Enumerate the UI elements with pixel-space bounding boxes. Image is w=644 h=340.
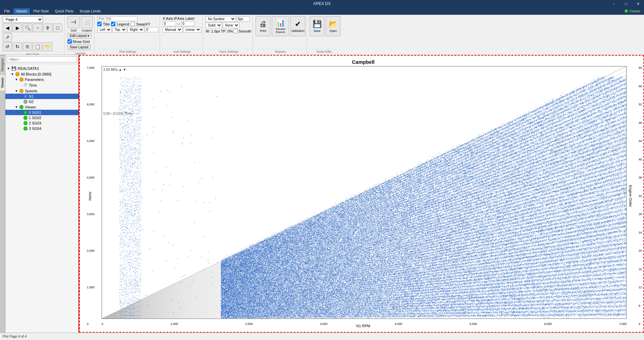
- menu-scope-limits[interactable]: Scope Limits: [77, 8, 103, 14]
- menu-bar: File Viewer Plot Style Quick Plots Scope…: [0, 7, 644, 15]
- side-tabs: Designer Viewer: [0, 55, 5, 333]
- r-tick-48: 48: [639, 121, 642, 125]
- axis-settings-section: X Axis ⇄ Axis Label → ManualAuto LinearL…: [161, 15, 203, 54]
- undo-btn[interactable]: ↺: [3, 42, 12, 51]
- tree-item-sg04[interactable]: 3 SG04: [5, 126, 78, 131]
- open-btn[interactable]: 📂 Open: [326, 16, 340, 36]
- align-left-select[interactable]: Left: [97, 27, 112, 33]
- tree-item-speeds[interactable]: ▼ Speeds: [5, 88, 78, 94]
- paste-btn[interactable]: 📋: [33, 42, 42, 51]
- tree-item-allblocks[interactable]: ▼ All Blocks [0-3880]: [5, 71, 78, 77]
- copy-btn[interactable]: ⎘: [23, 42, 32, 51]
- custom-label: Custom: [81, 29, 93, 32]
- symbol-size-input[interactable]: [236, 16, 250, 21]
- sg01-label: 0 SG01: [29, 110, 41, 114]
- folder-btn[interactable]: 📁: [43, 42, 52, 51]
- nav-prev-btn[interactable]: ◀: [3, 23, 12, 32]
- axis-mode-select[interactable]: ManualAuto: [163, 27, 182, 33]
- line-end-select[interactable]: None: [223, 22, 239, 28]
- plot-title-input[interactable]: [97, 16, 138, 21]
- tree-item-time[interactable]: ⏱ Time: [5, 82, 78, 88]
- save-btn[interactable]: 💾 Save: [310, 16, 324, 36]
- align-right-select[interactable]: Right: [127, 27, 144, 33]
- redo-btn[interactable]: ↻: [13, 42, 22, 51]
- scatter-canvas[interactable]: [102, 66, 626, 319]
- symbol-select[interactable]: No Symbol: [206, 16, 236, 22]
- tabulate-btn[interactable]: 📊 TabulateReports: [272, 16, 289, 36]
- viewer-tab[interactable]: Viewer: [0, 74, 5, 91]
- legend-checkbox[interactable]: [111, 22, 115, 26]
- title-checkbox[interactable]: [97, 22, 102, 26]
- x-axis-start-input[interactable]: [163, 21, 176, 26]
- tabulate-icon: 📊: [276, 18, 285, 27]
- grid-btn[interactable]: ⊣: [67, 16, 79, 28]
- r-tick-32: 32: [639, 194, 642, 198]
- tree-item-n1[interactable]: N1: [5, 94, 78, 99]
- maximize-button[interactable]: □: [620, 0, 632, 7]
- tree-item-sg01[interactable]: 0 SG01: [5, 110, 78, 115]
- zoom-in-btn[interactable]: 🔍: [23, 23, 32, 32]
- trace-settings-section: No Symbol Solid None W: 1.0px TP: 0% Smo…: [204, 15, 253, 54]
- title-label: Title: [103, 22, 110, 26]
- show-grid-checkbox[interactable]: [67, 39, 72, 44]
- chart-area: Campbell Hertz 0 1,000 2,000 3,000 4,000…: [79, 55, 644, 333]
- r-tick-16: 16: [639, 268, 642, 271]
- nav-next-btn[interactable]: ▶: [13, 23, 22, 32]
- speeds-icon: [19, 89, 23, 93]
- n2-label: N2: [29, 100, 34, 104]
- close-button[interactable]: ✕: [632, 0, 644, 7]
- x-axis-label: N1 RPM: [83, 324, 643, 328]
- r-tick-20: 20: [639, 249, 642, 252]
- menu-plot-style[interactable]: Plot Style: [31, 8, 51, 14]
- custom-btn[interactable]: ⬜: [81, 16, 93, 28]
- tree-item-sg02[interactable]: 1 SG02: [5, 115, 78, 120]
- axis-scale-select[interactable]: LinearLog: [183, 27, 201, 33]
- expander-viewer: ▼: [15, 105, 18, 109]
- zoom-out-btn[interactable]: −: [33, 23, 42, 32]
- y-tick-1000: 1,000: [87, 286, 95, 289]
- y-tick-2000: 2,000: [87, 249, 95, 252]
- page-section: Page 4 Page 1 Page 2 Page 3 ◀ ▶ 🔍 − ✞ □ …: [1, 15, 65, 54]
- minimize-button[interactable]: −: [608, 0, 620, 7]
- cursor-btn[interactable]: ↗: [3, 33, 12, 42]
- save-label: Save: [314, 29, 321, 33]
- print-btn[interactable]: 🖨 Print: [256, 16, 270, 36]
- r-tick-60: 60: [639, 66, 642, 69]
- parameters-label: Parameters: [25, 78, 44, 82]
- validation-icon: ✔: [295, 20, 301, 29]
- expander-parameters: ▼: [15, 78, 18, 81]
- arrow-sep: →: [177, 22, 180, 26]
- plot-tools-label: Plot Tools: [3, 52, 63, 55]
- validation-btn[interactable]: ✔ Validation: [290, 16, 305, 36]
- align-top-select[interactable]: Top: [112, 27, 127, 33]
- print-label: Print: [260, 29, 266, 33]
- pan-btn[interactable]: ✞: [43, 23, 52, 32]
- open-label: Open: [329, 29, 337, 33]
- align-value-input[interactable]: [145, 27, 158, 32]
- tree-filter-input[interactable]: [7, 56, 77, 62]
- grid-label: Grid: [67, 29, 79, 32]
- swapxy-checkbox[interactable]: [130, 22, 135, 26]
- viewer-indicator: Viewer -: [625, 9, 643, 13]
- select-btn[interactable]: □: [53, 23, 62, 32]
- tree-item-realdata3[interactable]: ▼ 💾 REALDATA3: [5, 65, 78, 71]
- smooth-checkbox[interactable]: [233, 29, 238, 33]
- tree-item-n2[interactable]: N2: [5, 99, 78, 104]
- tree-item-parameters[interactable]: ▼ Parameters: [5, 77, 78, 82]
- page-select[interactable]: Page 4 Page 1 Page 2 Page 3: [3, 16, 43, 23]
- menu-viewer[interactable]: Viewer: [13, 8, 30, 14]
- tree-filter-area: [5, 55, 78, 64]
- legend-label: Legend: [117, 22, 129, 26]
- menu-quick-plots[interactable]: Quick Plots: [52, 8, 76, 14]
- r-tick-40: 40: [639, 158, 642, 161]
- tree-item-sg03[interactable]: 2 SG03: [5, 120, 78, 126]
- x-axis-end-input[interactable]: [181, 21, 195, 26]
- swapxy-label: SwapXY: [136, 22, 150, 26]
- line-style-select[interactable]: Solid: [206, 22, 222, 28]
- menu-file[interactable]: File: [1, 8, 13, 14]
- save-layout-btn[interactable]: Save Layout: [67, 44, 91, 50]
- designer-tab[interactable]: Designer: [0, 55, 5, 74]
- tree-item-viewer[interactable]: ▼ Viewer: [5, 104, 78, 110]
- plot-box[interactable]: 2.50 MPa ▲ ▼ 0.00~ (0.010) Thres: [102, 66, 627, 319]
- edit-layout-btn[interactable]: Edit Layout ▾: [67, 33, 92, 39]
